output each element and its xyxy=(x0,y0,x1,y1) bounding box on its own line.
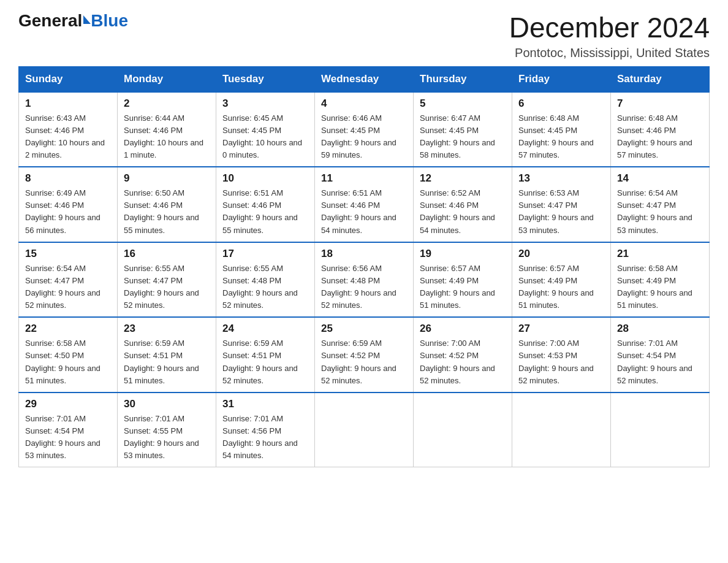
calendar-cell: 21 Sunrise: 6:58 AM Sunset: 4:49 PM Dayl… xyxy=(611,242,710,318)
day-detail: Sunrise: 7:00 AM Sunset: 4:52 PM Dayligh… xyxy=(420,337,506,387)
day-detail: Sunrise: 7:01 AM Sunset: 4:55 PM Dayligh… xyxy=(124,413,210,462)
day-detail: Sunrise: 6:57 AM Sunset: 4:49 PM Dayligh… xyxy=(420,262,506,312)
day-detail: Sunrise: 6:44 AM Sunset: 4:46 PM Dayligh… xyxy=(124,112,210,162)
calendar-table: SundayMondayTuesdayWednesdayThursdayFrid… xyxy=(18,66,710,468)
day-number: 31 xyxy=(222,398,308,410)
column-header-thursday: Thursday xyxy=(414,66,512,92)
day-detail: Sunrise: 6:59 AM Sunset: 4:51 PM Dayligh… xyxy=(222,337,308,387)
calendar-week-row: 8 Sunrise: 6:49 AM Sunset: 4:46 PM Dayli… xyxy=(19,167,710,242)
column-header-friday: Friday xyxy=(512,66,611,92)
logo-general-text: General xyxy=(18,12,82,29)
column-header-wednesday: Wednesday xyxy=(315,66,414,92)
day-detail: Sunrise: 6:51 AM Sunset: 4:46 PM Dayligh… xyxy=(321,187,407,237)
day-detail: Sunrise: 7:00 AM Sunset: 4:53 PM Dayligh… xyxy=(518,337,604,387)
calendar-cell: 18 Sunrise: 6:56 AM Sunset: 4:48 PM Dayl… xyxy=(315,242,414,318)
calendar-cell: 16 Sunrise: 6:55 AM Sunset: 4:47 PM Dayl… xyxy=(118,242,216,318)
day-number: 19 xyxy=(420,248,506,260)
day-number: 11 xyxy=(321,172,407,185)
day-detail: Sunrise: 6:48 AM Sunset: 4:45 PM Dayligh… xyxy=(518,112,604,162)
day-number: 30 xyxy=(124,398,210,410)
month-title: December 2024 xyxy=(509,12,710,44)
calendar-cell: 30 Sunrise: 7:01 AM Sunset: 4:55 PM Dayl… xyxy=(118,393,216,467)
day-number: 3 xyxy=(222,98,308,110)
day-number: 20 xyxy=(518,248,604,260)
day-number: 18 xyxy=(321,248,407,260)
day-detail: Sunrise: 6:48 AM Sunset: 4:46 PM Dayligh… xyxy=(617,112,703,162)
calendar-cell: 2 Sunrise: 6:44 AM Sunset: 4:46 PM Dayli… xyxy=(118,92,216,167)
day-detail: Sunrise: 6:54 AM Sunset: 4:47 PM Dayligh… xyxy=(617,187,703,237)
day-number: 23 xyxy=(124,323,210,335)
day-number: 15 xyxy=(25,248,111,260)
calendar-cell: 10 Sunrise: 6:51 AM Sunset: 4:46 PM Dayl… xyxy=(216,167,315,242)
day-detail: Sunrise: 6:59 AM Sunset: 4:52 PM Dayligh… xyxy=(321,337,407,387)
calendar-header-row: SundayMondayTuesdayWednesdayThursdayFrid… xyxy=(19,66,710,92)
calendar-cell: 1 Sunrise: 6:43 AM Sunset: 4:46 PM Dayli… xyxy=(19,92,118,167)
day-number: 1 xyxy=(25,98,111,110)
day-detail: Sunrise: 6:50 AM Sunset: 4:46 PM Dayligh… xyxy=(124,187,210,237)
day-number: 5 xyxy=(420,98,506,110)
calendar-week-row: 15 Sunrise: 6:54 AM Sunset: 4:47 PM Dayl… xyxy=(19,242,710,318)
day-number: 9 xyxy=(124,172,210,185)
calendar-cell xyxy=(512,393,611,467)
day-detail: Sunrise: 7:01 AM Sunset: 4:54 PM Dayligh… xyxy=(25,413,111,462)
day-detail: Sunrise: 6:47 AM Sunset: 4:45 PM Dayligh… xyxy=(420,112,506,162)
day-detail: Sunrise: 6:56 AM Sunset: 4:48 PM Dayligh… xyxy=(321,262,407,312)
day-detail: Sunrise: 6:52 AM Sunset: 4:46 PM Dayligh… xyxy=(420,187,506,237)
logo-blue-text: Blue xyxy=(91,12,128,29)
calendar-cell: 29 Sunrise: 7:01 AM Sunset: 4:54 PM Dayl… xyxy=(19,393,118,467)
day-detail: Sunrise: 6:59 AM Sunset: 4:51 PM Dayligh… xyxy=(124,337,210,387)
calendar-cell: 5 Sunrise: 6:47 AM Sunset: 4:45 PM Dayli… xyxy=(414,92,512,167)
calendar-cell: 23 Sunrise: 6:59 AM Sunset: 4:51 PM Dayl… xyxy=(118,317,216,393)
day-detail: Sunrise: 6:55 AM Sunset: 4:47 PM Dayligh… xyxy=(124,262,210,312)
day-number: 17 xyxy=(222,248,308,260)
day-number: 8 xyxy=(25,172,111,185)
day-detail: Sunrise: 6:49 AM Sunset: 4:46 PM Dayligh… xyxy=(25,187,111,237)
day-number: 26 xyxy=(420,323,506,335)
day-number: 29 xyxy=(25,398,111,410)
page-header: General Blue December 2024 Pontotoc, Mis… xyxy=(18,12,710,60)
day-number: 6 xyxy=(518,98,604,110)
calendar-cell: 28 Sunrise: 7:01 AM Sunset: 4:54 PM Dayl… xyxy=(611,317,710,393)
day-detail: Sunrise: 6:53 AM Sunset: 4:47 PM Dayligh… xyxy=(518,187,604,237)
column-header-monday: Monday xyxy=(118,66,216,92)
day-detail: Sunrise: 6:57 AM Sunset: 4:49 PM Dayligh… xyxy=(518,262,604,312)
calendar-cell: 13 Sunrise: 6:53 AM Sunset: 4:47 PM Dayl… xyxy=(512,167,611,242)
day-detail: Sunrise: 6:58 AM Sunset: 4:50 PM Dayligh… xyxy=(25,337,111,387)
day-detail: Sunrise: 6:55 AM Sunset: 4:48 PM Dayligh… xyxy=(222,262,308,312)
logo-arrow-icon xyxy=(83,15,91,24)
calendar-cell xyxy=(315,393,414,467)
calendar-cell: 26 Sunrise: 7:00 AM Sunset: 4:52 PM Dayl… xyxy=(414,317,512,393)
calendar-week-row: 29 Sunrise: 7:01 AM Sunset: 4:54 PM Dayl… xyxy=(19,393,710,467)
calendar-week-row: 22 Sunrise: 6:58 AM Sunset: 4:50 PM Dayl… xyxy=(19,317,710,393)
day-number: 25 xyxy=(321,323,407,335)
day-number: 24 xyxy=(222,323,308,335)
column-header-sunday: Sunday xyxy=(19,66,118,92)
calendar-cell: 8 Sunrise: 6:49 AM Sunset: 4:46 PM Dayli… xyxy=(19,167,118,242)
day-number: 14 xyxy=(617,172,703,185)
calendar-cell: 3 Sunrise: 6:45 AM Sunset: 4:45 PM Dayli… xyxy=(216,92,315,167)
calendar-cell: 27 Sunrise: 7:00 AM Sunset: 4:53 PM Dayl… xyxy=(512,317,611,393)
calendar-cell: 25 Sunrise: 6:59 AM Sunset: 4:52 PM Dayl… xyxy=(315,317,414,393)
calendar-cell: 20 Sunrise: 6:57 AM Sunset: 4:49 PM Dayl… xyxy=(512,242,611,318)
day-detail: Sunrise: 7:01 AM Sunset: 4:56 PM Dayligh… xyxy=(222,413,308,462)
column-header-saturday: Saturday xyxy=(611,66,710,92)
day-number: 28 xyxy=(617,323,703,335)
day-number: 7 xyxy=(617,98,703,110)
calendar-cell xyxy=(611,393,710,467)
day-detail: Sunrise: 6:43 AM Sunset: 4:46 PM Dayligh… xyxy=(25,112,111,162)
day-number: 4 xyxy=(321,98,407,110)
day-number: 2 xyxy=(124,98,210,110)
day-detail: Sunrise: 6:58 AM Sunset: 4:49 PM Dayligh… xyxy=(617,262,703,312)
logo-blue-container: Blue xyxy=(82,12,128,29)
calendar-cell: 4 Sunrise: 6:46 AM Sunset: 4:45 PM Dayli… xyxy=(315,92,414,167)
day-detail: Sunrise: 6:54 AM Sunset: 4:47 PM Dayligh… xyxy=(25,262,111,312)
calendar-cell: 31 Sunrise: 7:01 AM Sunset: 4:56 PM Dayl… xyxy=(216,393,315,467)
calendar-cell: 17 Sunrise: 6:55 AM Sunset: 4:48 PM Dayl… xyxy=(216,242,315,318)
logo: General Blue xyxy=(18,12,128,29)
calendar-cell: 7 Sunrise: 6:48 AM Sunset: 4:46 PM Dayli… xyxy=(611,92,710,167)
calendar-week-row: 1 Sunrise: 6:43 AM Sunset: 4:46 PM Dayli… xyxy=(19,92,710,167)
day-number: 22 xyxy=(25,323,111,335)
day-number: 12 xyxy=(420,172,506,185)
day-number: 21 xyxy=(617,248,703,260)
day-number: 16 xyxy=(124,248,210,260)
